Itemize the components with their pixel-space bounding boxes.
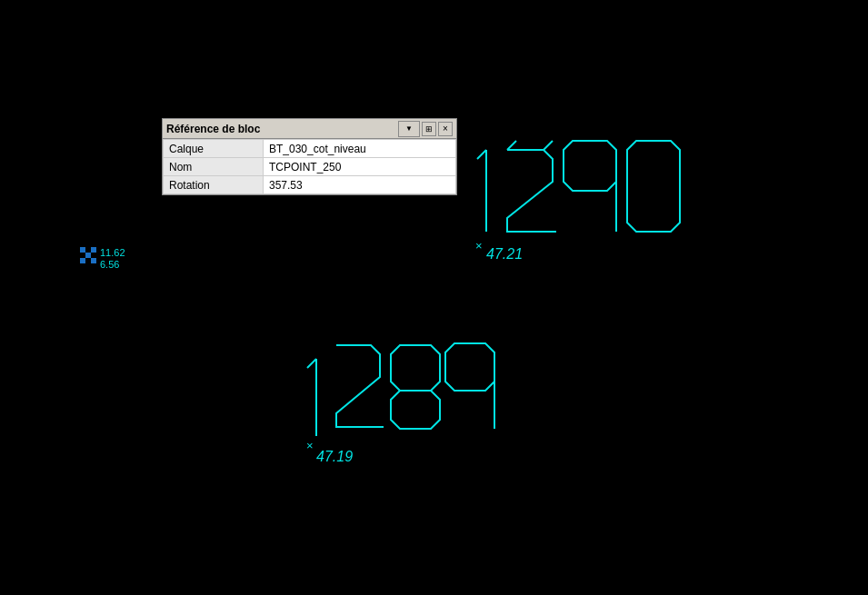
- svg-text:11.62: 11.62: [100, 247, 125, 258]
- svg-marker-23: [391, 391, 440, 429]
- svg-rect-5: [91, 253, 96, 258]
- svg-rect-6: [80, 258, 85, 263]
- svg-text:47.19: 47.19: [316, 449, 353, 464]
- svg-line-21: [307, 359, 316, 368]
- svg-rect-4: [85, 253, 91, 258]
- svg-text:6.56: 6.56: [100, 259, 119, 270]
- svg-text:×: ×: [306, 439, 314, 452]
- cad-drawing: 11.62 6.56 × 47.21 ×: [0, 0, 868, 595]
- svg-marker-15: [564, 141, 616, 191]
- svg-marker-17: [627, 141, 680, 232]
- svg-marker-22: [391, 345, 440, 391]
- svg-text:47.21: 47.21: [486, 246, 523, 262]
- svg-line-13: [507, 141, 516, 150]
- svg-rect-0: [80, 247, 85, 253]
- svg-rect-3: [80, 253, 85, 258]
- svg-rect-1: [85, 247, 91, 253]
- svg-rect-7: [85, 258, 91, 263]
- svg-line-14: [544, 141, 553, 150]
- point-marker: 11.62 6.56: [80, 247, 125, 270]
- svg-line-12: [477, 150, 486, 159]
- top-number-group: × 47.21: [475, 141, 680, 262]
- svg-text:×: ×: [475, 239, 483, 253]
- svg-marker-24: [445, 343, 494, 391]
- svg-rect-2: [91, 247, 96, 253]
- bottom-number-group: × 47.19: [306, 343, 494, 464]
- svg-rect-8: [91, 258, 96, 263]
